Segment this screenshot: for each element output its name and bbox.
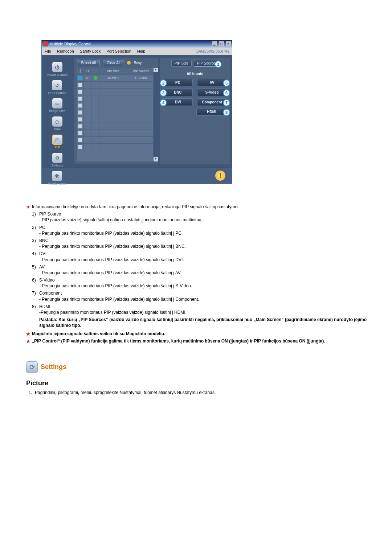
menu-safety-lock[interactable]: Safety Lock bbox=[77, 49, 103, 53]
row-checkbox[interactable] bbox=[78, 138, 82, 142]
scroll-down-icon[interactable]: ▼ bbox=[154, 157, 158, 161]
pip-source-label: PIP Source bbox=[197, 61, 215, 65]
badge-1: 1 bbox=[215, 61, 222, 68]
badge-4: 4 bbox=[160, 99, 167, 106]
row-pip-source: S-Video bbox=[127, 75, 155, 81]
row-checkbox[interactable] bbox=[78, 131, 82, 135]
grid-scrollbar[interactable]: ▲ ▼ bbox=[154, 68, 158, 161]
item-title: S-Video bbox=[39, 278, 54, 283]
app-icon bbox=[43, 41, 48, 46]
settings-icon: ⚙ bbox=[52, 153, 62, 163]
menu-port-selection[interactable]: Port Selection bbox=[103, 49, 134, 53]
busy-label: Busy bbox=[134, 61, 142, 65]
sidebar-item-label: Settings bbox=[51, 164, 63, 167]
pip-size-button[interactable]: PIP Size bbox=[171, 60, 192, 67]
picture-heading: Picture bbox=[26, 379, 367, 387]
sidebar-item-pip[interactable]: ◰ PIP bbox=[52, 135, 62, 149]
item-num: 1) bbox=[32, 211, 39, 217]
titlebar: Multiple Display Control _ □ × bbox=[42, 40, 232, 48]
input-svideo-button[interactable]: S-Video6 bbox=[197, 89, 227, 96]
table-row bbox=[77, 81, 153, 88]
row-checkbox[interactable] bbox=[78, 76, 82, 80]
item-title: BNC bbox=[39, 238, 48, 243]
pip-icon: ◰ bbox=[52, 135, 62, 145]
sidebar-item-maintenance[interactable]: 🛠 Maintenance bbox=[48, 171, 67, 185]
clear-all-button[interactable]: Clear All bbox=[103, 60, 124, 66]
item-num: 8) bbox=[32, 304, 39, 309]
select-all-button[interactable]: Select All bbox=[77, 60, 100, 66]
right-pane: PIP Size PIP Source 1 All Inputs PC2 AV5… bbox=[160, 58, 230, 164]
input-component-button[interactable]: Component7 bbox=[197, 98, 227, 106]
input-hdmi-button[interactable]: HDMI8 bbox=[196, 108, 227, 116]
table-row bbox=[77, 88, 153, 95]
input-av-button[interactable]: AV5 bbox=[197, 79, 227, 86]
all-inputs-label: All Inputs bbox=[162, 72, 228, 76]
col-pip-source: PIP Source bbox=[127, 68, 155, 74]
sidebar-item-settings[interactable]: ⚙ Settings bbox=[51, 153, 63, 167]
scroll-up-icon[interactable]: ▲ bbox=[154, 68, 158, 72]
row-checkbox[interactable] bbox=[78, 97, 82, 101]
table-row bbox=[77, 95, 153, 102]
section-settings: ⟳ Settings bbox=[26, 361, 367, 373]
app-window: Multiple Display Control _ □ × File Remo… bbox=[41, 40, 232, 184]
item-desc: - PIP (vaizdas vaizde) signalo šaltinį g… bbox=[26, 217, 367, 223]
input-dvi-button[interactable]: DVI4 bbox=[163, 98, 193, 106]
sidebar: ⏻ Power Control ↺ Input Source ▭ Image S… bbox=[42, 55, 73, 167]
item-desc: - Perjungia pasirinkto monitoriaus PIP (… bbox=[26, 283, 367, 289]
sidebar-item-label: Time bbox=[54, 127, 61, 131]
row-checkbox[interactable] bbox=[78, 110, 82, 115]
table-row bbox=[77, 123, 153, 130]
sidebar-item-image-size[interactable]: ▭ Image Size bbox=[49, 98, 65, 113]
menu-file[interactable]: File bbox=[42, 49, 54, 53]
table-row bbox=[77, 143, 153, 150]
row-pip-size: Double 1 bbox=[99, 75, 127, 81]
row-checkbox[interactable] bbox=[78, 83, 82, 87]
badge-7: 7 bbox=[223, 99, 230, 106]
table-row bbox=[77, 116, 153, 123]
input-pc-button[interactable]: PC2 bbox=[163, 79, 193, 86]
badge-6: 6 bbox=[223, 89, 230, 97]
sidebar-item-time[interactable]: ◴ Time bbox=[52, 116, 62, 131]
table-row bbox=[77, 102, 153, 109]
sidebar-item-power-control[interactable]: ⏻ Power Control bbox=[47, 62, 68, 77]
table-row[interactable]: 0 Double 1 S-Video bbox=[77, 74, 153, 81]
maximize-button[interactable]: □ bbox=[219, 41, 224, 46]
sidebar-item-label: Maintenance bbox=[48, 182, 67, 185]
table-row bbox=[77, 136, 153, 143]
badge-2: 2 bbox=[160, 79, 167, 87]
center-toolbar: Select All Clear All Busy bbox=[74, 58, 158, 68]
row-checkbox[interactable] bbox=[78, 124, 82, 128]
menu-help[interactable]: Help bbox=[134, 49, 148, 53]
item-title: PIP Source bbox=[39, 212, 61, 217]
row-checkbox[interactable] bbox=[78, 117, 82, 122]
window-controls: _ □ × bbox=[211, 41, 231, 46]
item-num: 7) bbox=[32, 290, 39, 296]
sidebar-item-label: PIP bbox=[54, 145, 60, 149]
time-icon: ◴ bbox=[52, 116, 62, 127]
menu-remocon[interactable]: Remocon bbox=[54, 49, 77, 53]
row-id: 0 bbox=[83, 75, 91, 81]
row-checkbox[interactable] bbox=[78, 103, 82, 108]
pip-source-button[interactable]: PIP Source 1 bbox=[194, 60, 219, 67]
sidebar-item-input-source[interactable]: ↺ Input Source bbox=[48, 80, 66, 95]
settings-title: Settings bbox=[41, 363, 66, 371]
minimize-button[interactable]: _ bbox=[212, 41, 217, 46]
badge-8: 8 bbox=[223, 109, 230, 116]
item-title: PC bbox=[39, 225, 45, 230]
table-row bbox=[77, 130, 153, 136]
image-size-icon: ▭ bbox=[52, 98, 62, 108]
explanation-block: Informaciniame tinklelyje nurodyta tam t… bbox=[26, 204, 367, 344]
col-id: ID bbox=[83, 68, 91, 74]
input-bnc-button[interactable]: BNC3 bbox=[163, 89, 193, 96]
row-checkbox[interactable] bbox=[78, 145, 82, 149]
footer-bar: ! bbox=[42, 167, 232, 184]
badge-3: 3 bbox=[160, 89, 167, 97]
item-desc: - Perjungia pasirinkto monitoriaus PIP (… bbox=[26, 270, 367, 276]
brand-label: SAMSUNG DIGITAll bbox=[193, 49, 232, 53]
close-button[interactable]: × bbox=[226, 41, 231, 46]
status-led-icon bbox=[94, 76, 97, 80]
item-desc: - Perjungia pasirinkto monitoriaus PIP (… bbox=[26, 243, 367, 249]
item-num: 2) bbox=[32, 225, 39, 230]
row-checkbox[interactable] bbox=[78, 90, 82, 94]
star-note-pipcontrol: „PIP Control“ (PIP valdymo) funkcija gal… bbox=[26, 338, 367, 344]
